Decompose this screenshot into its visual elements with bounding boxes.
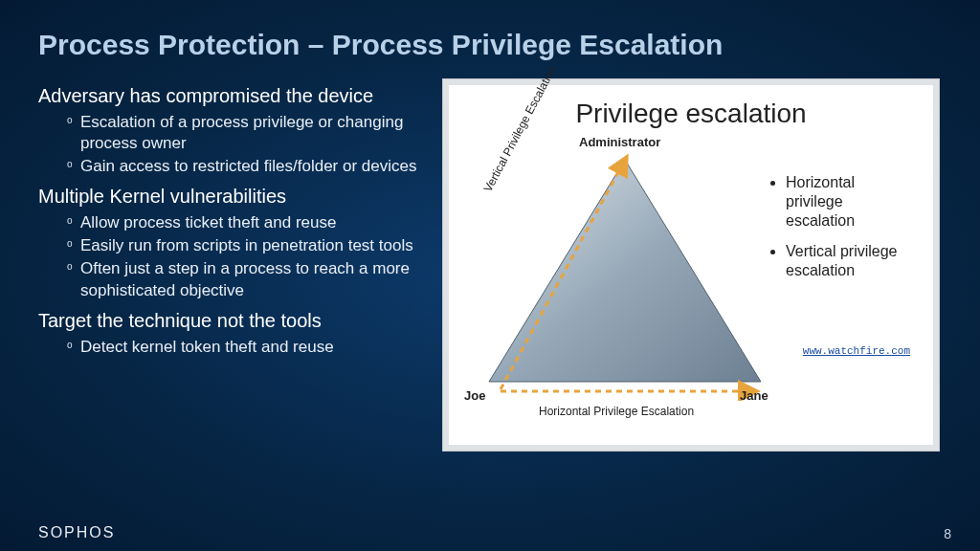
section-heading: Adversary has compromised the device [38,84,431,108]
list-item: Vertical privilege escalation [786,242,912,280]
diagram-canvas: Privilege escalation [449,85,933,445]
section-list: Allow process ticket theft and reuse Eas… [38,212,431,300]
triangle-right-label: Jane [740,388,768,403]
bullet-column: Adversary has compromised the device Esc… [38,78,440,452]
list-item: Easily run from scripts in penetration t… [67,235,431,256]
section-heading: Target the technique not the tools [38,309,431,333]
slide-content: Adversary has compromised the device Esc… [0,78,980,452]
horizontal-edge-label: Horizontal Privilege Escalation [539,405,694,418]
list-item: Detect kernel token theft and reuse [67,337,431,358]
section-list: Detect kernel token theft and reuse [38,337,431,358]
list-item: Allow process ticket theft and reuse [67,212,431,233]
slide-title: Process Protection – Process Privilege E… [0,0,980,78]
triangle-left-label: Joe [464,388,485,403]
triangle-top-label: Administrator [579,135,660,149]
list-item: Horizontal privilege escalation [786,173,912,231]
triangle-icon [481,152,768,401]
diagram-frame: Privilege escalation [442,78,940,452]
page-number: 8 [944,526,951,541]
list-item: Often just a step in a process to reach … [67,258,431,300]
diagram-bullets: Horizontal privilege escalation Vertical… [768,173,912,292]
source-link[interactable]: www.watchfire.com [803,345,910,357]
svg-marker-0 [489,160,761,382]
diagram-stage: Administrator Joe Jane Vertical Privileg… [462,135,920,422]
list-item: Escalation of a process privilege or cha… [67,112,431,154]
diagram-column: Privilege escalation [440,78,942,452]
list-item: Gain access to restricted files/folder o… [67,156,431,177]
section-list: Escalation of a process privilege or cha… [38,112,431,177]
brand-logo: SOPHOS [38,524,115,541]
section-heading: Multiple Kernel vulnerabilities [38,185,431,209]
